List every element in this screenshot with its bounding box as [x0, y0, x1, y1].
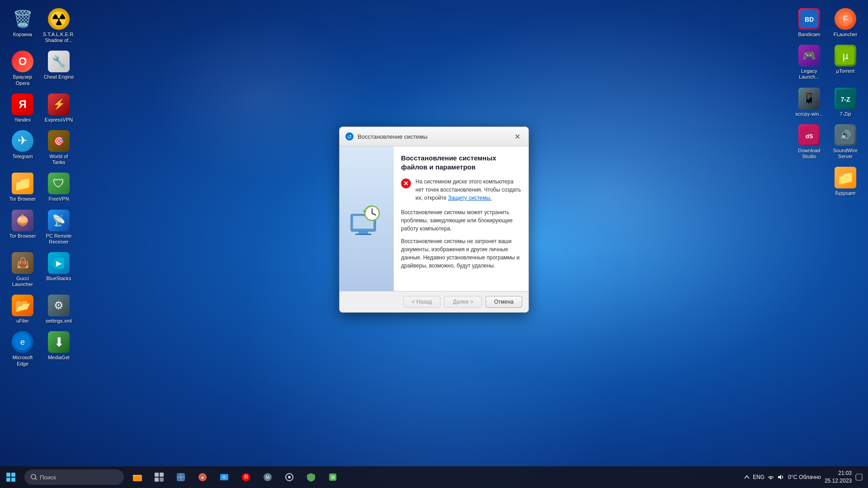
taskbar-app2[interactable]: IE: [214, 467, 234, 487]
svg-rect-39: [160, 478, 164, 482]
dialog-info-2: Восстановление системы не затронет ваши …: [401, 237, 521, 270]
dialog-titlebar: ↺ Восстановление системы ✕: [340, 127, 528, 146]
lang-indicator: ENG: [753, 474, 764, 480]
svg-text:M: M: [266, 475, 269, 480]
svg-rect-34: [133, 476, 142, 481]
dialog-error-row: ✕ На системном диске этого компьютера не…: [401, 178, 521, 202]
svg-rect-36: [155, 473, 159, 477]
dialog-title-icon: ↺: [345, 132, 354, 141]
svg-rect-30: [11, 478, 15, 482]
svg-text:↺: ↺: [347, 134, 352, 140]
restore-illustration: [349, 201, 385, 237]
svg-text:⊞: ⊞: [331, 474, 335, 480]
taskbar-security[interactable]: [301, 467, 321, 487]
svg-rect-27: [6, 473, 10, 477]
svg-text:●: ●: [201, 475, 204, 480]
taskbar-app5[interactable]: ⊞: [323, 467, 343, 487]
search-placeholder: Поиск: [40, 474, 56, 481]
desktop: 🗑️ Корзина ☢️ S.T.A.L.K.E.R. Shadow of..…: [0, 0, 868, 488]
svg-text:IE: IE: [222, 475, 226, 479]
taskbar-right: ENG 0°C Облачно 21:03 25.12.2023: [744, 469, 868, 485]
dialog-error-icon: ✕: [401, 178, 411, 188]
taskbar-app3[interactable]: Я: [236, 467, 256, 487]
taskbar-app4[interactable]: M: [258, 467, 278, 487]
time-display: 21:03: [825, 469, 852, 477]
taskbar-center-icons: ● IE Я M ⊞: [127, 467, 343, 487]
cancel-button[interactable]: Отмена: [486, 296, 522, 308]
dialog-footer: < Назад Далее > Отмена: [340, 291, 528, 312]
speaker-icon: [777, 474, 784, 480]
start-button[interactable]: [0, 466, 22, 488]
dialog-main-heading: Восстановление системных файлов и параме…: [401, 154, 521, 171]
taskbar: Поиск ● IE Я M: [0, 466, 868, 488]
clock[interactable]: 21:03 25.12.2023: [825, 469, 852, 485]
taskbar-app1[interactable]: ●: [193, 467, 212, 487]
next-button[interactable]: Далее >: [444, 296, 482, 308]
system-restore-dialog: ↺ Восстановление системы ✕: [339, 127, 529, 313]
taskbar-search[interactable]: Поиск: [24, 469, 124, 485]
network-icon: [767, 474, 774, 480]
dialog-right-panel: Восстановление системных файлов и параме…: [394, 146, 528, 291]
svg-rect-37: [160, 473, 164, 477]
svg-line-32: [35, 479, 37, 480]
dialog-info-1: Восстановление системы может устранить п…: [401, 208, 521, 233]
date-display: 25.12.2023: [825, 477, 852, 485]
chevron-up-icon[interactable]: [744, 474, 750, 480]
taskbar-file-explorer[interactable]: [127, 467, 147, 487]
dialog-body: Восстановление системных файлов и параме…: [340, 146, 528, 291]
svg-point-52: [288, 476, 291, 479]
notification-icon[interactable]: [855, 474, 863, 481]
dialog-title-text: Восстановление системы: [358, 133, 508, 140]
svg-rect-29: [6, 478, 10, 482]
weather-condition: Облачно: [799, 474, 821, 480]
weather-widget[interactable]: 0°C Облачно: [788, 474, 821, 480]
svg-rect-20: [359, 231, 368, 234]
dialog-close-button[interactable]: ✕: [511, 131, 523, 142]
svg-rect-28: [11, 473, 15, 477]
dialog-overlay: ↺ Восстановление системы ✕: [0, 0, 868, 466]
svg-rect-55: [856, 474, 862, 480]
svg-rect-35: [133, 475, 137, 476]
svg-text:Я: Я: [244, 474, 248, 480]
svg-rect-21: [355, 234, 371, 235]
system-tray: ENG: [744, 474, 784, 480]
dialog-left-panel: [340, 146, 394, 291]
back-button[interactable]: < Назад: [403, 296, 441, 308]
taskbar-widgets[interactable]: [171, 467, 191, 487]
taskbar-settings[interactable]: [279, 467, 299, 487]
taskbar-task-view[interactable]: [149, 467, 169, 487]
temperature: 0°C: [788, 474, 797, 480]
svg-rect-38: [155, 478, 159, 482]
system-protection-link[interactable]: Защиту системы.: [448, 195, 491, 201]
dialog-error-message: На системном диске этого компьютера нет …: [415, 178, 521, 202]
